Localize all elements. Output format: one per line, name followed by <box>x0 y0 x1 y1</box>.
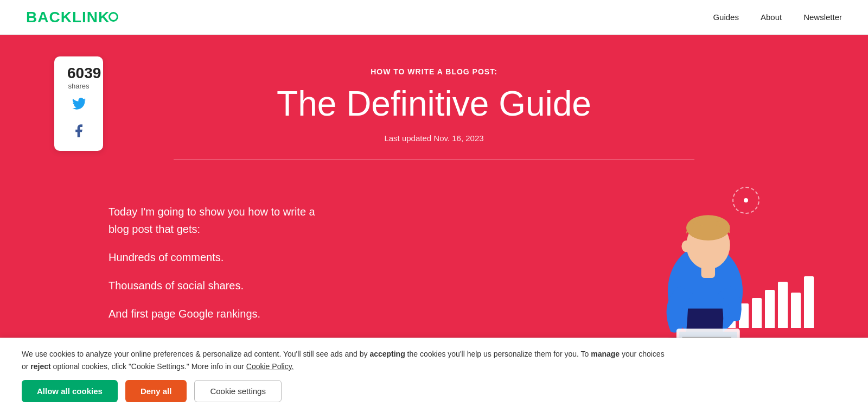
nav-about[interactable]: About <box>761 12 782 22</box>
hero-bullet3: And first page Google rankings. <box>108 305 326 322</box>
cookie-text-part1: We use cookies to analyze your online pr… <box>22 350 369 358</box>
logo[interactable]: BACKLINK <box>26 9 118 26</box>
cookie-text: We use cookies to analyze your online pr… <box>22 348 673 360</box>
hero-date: Last updated Nov. 16, 2023 <box>108 134 760 143</box>
cookie-text-part2: the cookies you'll help us personalize t… <box>405 350 591 358</box>
nav-newsletter[interactable]: Newsletter <box>803 12 842 22</box>
main-nav: Guides About Newsletter <box>713 12 842 22</box>
bar-7 <box>804 276 814 328</box>
hero-bullet1: Hundreds of comments. <box>108 249 326 266</box>
logo-text: BACKLINK <box>26 9 110 26</box>
person-illustration <box>624 176 787 360</box>
bar-6 <box>791 293 801 328</box>
twitter-share-button[interactable] <box>67 98 90 117</box>
facebook-share-button[interactable] <box>67 123 90 142</box>
share-count: 6039 <box>67 65 90 82</box>
hero-intro: Today I'm going to show you how to write… <box>108 203 326 238</box>
hero-title: The Definitive Guide <box>108 85 760 123</box>
logo-o <box>108 12 118 22</box>
hero-body: Today I'm going to show you how to write… <box>0 203 380 322</box>
cookie-bold-manage: manage <box>591 350 620 358</box>
hero-illustration <box>597 154 825 360</box>
svg-point-4 <box>681 240 691 252</box>
hero-section: 6039 shares HOW TO WRITE A BLOG POST: Th… <box>0 35 868 360</box>
nav-guides[interactable]: Guides <box>713 12 739 22</box>
share-widget: 6039 shares <box>54 56 103 151</box>
hero-bullet2: Thousands of social shares. <box>108 277 326 294</box>
cookie-bold-accepting: accepting <box>369 350 405 358</box>
header: BACKLINK Guides About Newsletter <box>0 0 868 35</box>
hero-subtitle: HOW TO WRITE A BLOG POST: <box>108 67 760 76</box>
svg-rect-11 <box>701 265 716 278</box>
cookie-banner: We use cookies to analyze your online pr… <box>0 338 868 360</box>
share-label: shares <box>67 82 90 90</box>
